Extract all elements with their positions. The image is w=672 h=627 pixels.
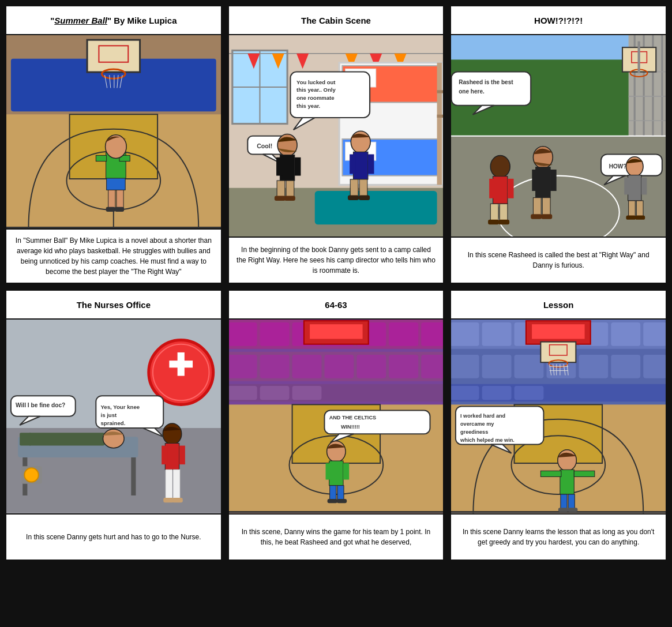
cell-lesson: Lesson xyxy=(449,289,667,561)
svg-rect-189 xyxy=(329,486,336,500)
svg-rect-132 xyxy=(28,433,104,446)
svg-rect-42 xyxy=(437,90,443,93)
svg-rect-57 xyxy=(276,157,283,176)
svg-text:I worked hard and: I worked hard and xyxy=(460,413,505,419)
cell-3-header: HOW!?!?!?! xyxy=(451,6,666,35)
svg-rect-130 xyxy=(131,455,136,495)
cell-score: 64-63 xyxy=(227,289,445,561)
svg-rect-145 xyxy=(174,470,180,500)
svg-rect-200 xyxy=(611,323,641,347)
svg-rect-233 xyxy=(575,471,595,477)
svg-rect-112 xyxy=(542,214,553,219)
svg-rect-201 xyxy=(644,323,666,347)
svg-rect-205 xyxy=(515,355,544,378)
svg-rect-101 xyxy=(491,204,499,221)
svg-point-140 xyxy=(163,423,182,445)
svg-rect-187 xyxy=(325,464,331,480)
svg-rect-68 xyxy=(359,179,367,197)
svg-rect-16 xyxy=(108,187,115,208)
svg-rect-19 xyxy=(115,207,124,212)
svg-rect-196 xyxy=(482,323,512,347)
svg-text:which helped me win.: which helped me win. xyxy=(460,438,515,444)
cell-6-caption: In this scene Danny learns the lesson th… xyxy=(451,513,666,560)
svg-text:sprained.: sprained. xyxy=(100,420,125,426)
svg-rect-134 xyxy=(20,433,31,446)
svg-text:WIN!!!!!: WIN!!!!! xyxy=(341,425,360,430)
svg-text:this year.. Only: this year.. Only xyxy=(296,87,336,93)
svg-rect-172 xyxy=(260,386,289,400)
cell-1-caption: In "Summer Ball" By Mike Lupica is a nov… xyxy=(6,228,221,283)
svg-rect-67 xyxy=(350,179,358,197)
cell-5-header: 64-63 xyxy=(229,291,444,320)
cell-3-scene: Rasheed is the best one here. HOW?!?!?! xyxy=(451,35,666,236)
cell-1-header: "Summer Ball" By Mike Lupica xyxy=(6,6,221,35)
svg-text:greediness: greediness xyxy=(460,430,488,435)
cell-4-header: The Nurses Office xyxy=(6,291,221,320)
cell-cabin: The Cabin Scene xyxy=(227,5,445,284)
svg-rect-60 xyxy=(286,181,294,198)
svg-rect-160 xyxy=(389,323,418,347)
svg-rect-110 xyxy=(543,198,551,216)
svg-rect-117 xyxy=(629,201,636,217)
svg-rect-58 xyxy=(294,157,301,176)
svg-text:Cool!: Cool! xyxy=(257,142,272,149)
svg-rect-156 xyxy=(260,323,289,347)
cell-6-header: Lesson xyxy=(451,291,666,320)
svg-text:Will I be fine doc?: Will I be fine doc? xyxy=(16,403,65,409)
svg-rect-20 xyxy=(107,177,126,190)
svg-rect-18 xyxy=(106,207,115,212)
svg-rect-190 xyxy=(337,486,344,500)
svg-rect-120 xyxy=(636,215,645,219)
cell-nurses: The Nurses Office xyxy=(5,289,223,561)
cell-3-caption: In this scene Rasheed is called the best… xyxy=(451,236,666,283)
svg-point-24 xyxy=(106,135,127,159)
svg-rect-166 xyxy=(324,355,354,378)
svg-text:this year.: this year. xyxy=(296,103,320,109)
svg-rect-70 xyxy=(359,195,370,200)
svg-rect-211 xyxy=(451,386,479,400)
svg-text:Yes, Your knee: Yes, Your knee xyxy=(100,404,140,410)
svg-point-136 xyxy=(24,468,38,482)
svg-rect-147 xyxy=(172,498,182,503)
svg-rect-62 xyxy=(284,196,295,201)
svg-rect-209 xyxy=(644,355,666,378)
svg-rect-163 xyxy=(229,355,257,378)
svg-text:is just: is just xyxy=(100,412,117,418)
cell-4-scene: Will I be fine doc? xyxy=(6,320,221,513)
svg-rect-65 xyxy=(350,155,356,174)
svg-rect-191 xyxy=(327,500,337,504)
svg-rect-207 xyxy=(579,355,609,378)
svg-rect-234 xyxy=(561,494,567,509)
svg-rect-169 xyxy=(421,355,443,378)
svg-rect-181 xyxy=(324,411,430,434)
svg-rect-102 xyxy=(500,204,508,221)
cell-2-caption: In the beginning of the book Danny gets … xyxy=(229,236,444,283)
svg-rect-236 xyxy=(558,508,568,512)
svg-rect-103 xyxy=(488,220,499,224)
svg-text:AND THE CELTICS: AND THE CELTICS xyxy=(329,415,376,420)
svg-text:overcame my: overcame my xyxy=(460,421,494,427)
svg-rect-108 xyxy=(550,170,557,191)
svg-rect-231 xyxy=(560,470,574,495)
svg-rect-204 xyxy=(482,355,512,378)
svg-text:Rasheed is the best: Rasheed is the best xyxy=(459,79,514,85)
svg-rect-43 xyxy=(437,115,443,118)
row-2: The Nurses Office xyxy=(5,289,667,561)
svg-rect-203 xyxy=(451,355,479,378)
cell-5-scene: AND THE CELTICS WIN!!!!! xyxy=(229,320,444,513)
svg-rect-119 xyxy=(626,215,636,219)
svg-rect-22 xyxy=(96,155,106,161)
svg-rect-99 xyxy=(489,179,495,198)
svg-rect-188 xyxy=(343,464,349,480)
cell-4-caption: In this scene Danny gets hurt and has to… xyxy=(6,513,221,560)
svg-rect-212 xyxy=(482,386,512,400)
svg-rect-155 xyxy=(229,323,257,347)
svg-rect-69 xyxy=(348,195,359,200)
svg-rect-66 xyxy=(368,155,374,174)
svg-rect-126 xyxy=(178,352,185,376)
svg-rect-208 xyxy=(611,355,641,378)
svg-rect-73 xyxy=(451,35,635,59)
svg-rect-41 xyxy=(437,63,441,185)
svg-rect-167 xyxy=(356,355,386,378)
svg-rect-143 xyxy=(179,446,185,465)
